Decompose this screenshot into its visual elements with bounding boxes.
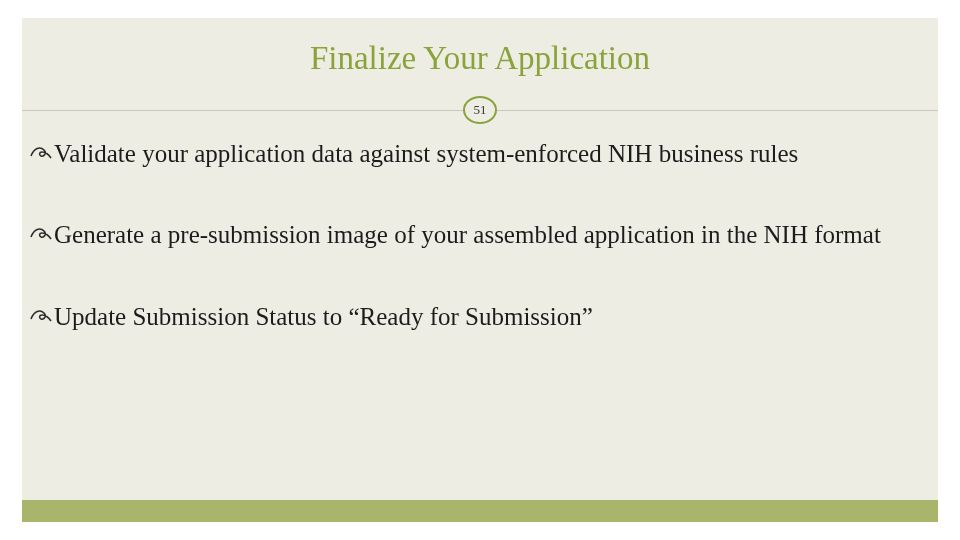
- slide-panel: Finalize Your Application 51 Validate yo…: [22, 18, 938, 522]
- list-item-text: Update Submission Status to “Ready for S…: [54, 301, 926, 332]
- swirl-bullet-icon: [30, 219, 52, 247]
- list-item: Generate a pre-submission image of your …: [30, 219, 926, 250]
- list-item-text: Generate a pre-submission image of your …: [54, 219, 926, 250]
- slide-number: 51: [474, 102, 487, 118]
- swirl-bullet-icon: [30, 301, 52, 329]
- list-item-text: Validate your application data against s…: [54, 138, 926, 169]
- list-item: Update Submission Status to “Ready for S…: [30, 301, 926, 332]
- slide: Finalize Your Application 51 Validate yo…: [0, 0, 960, 540]
- slide-number-badge: 51: [463, 96, 497, 124]
- swirl-bullet-icon: [30, 138, 52, 166]
- footer-accent-bar: [22, 500, 938, 522]
- list-item: Validate your application data against s…: [30, 138, 926, 169]
- bullet-list: Validate your application data against s…: [30, 138, 926, 382]
- title-divider: 51: [22, 96, 938, 126]
- slide-title: Finalize Your Application: [22, 40, 938, 77]
